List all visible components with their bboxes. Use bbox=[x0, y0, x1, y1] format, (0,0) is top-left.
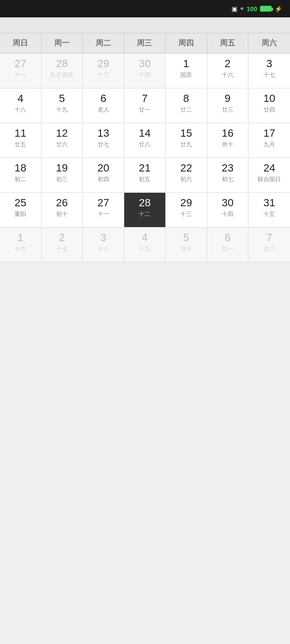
day-lunar: 十九 bbox=[139, 245, 150, 253]
day-lunar: 重阳 bbox=[14, 210, 26, 218]
day-cell[interactable]: 9廿三 bbox=[207, 88, 249, 123]
day-cell[interactable]: 6老人 bbox=[83, 88, 124, 123]
day-cell[interactable]: 8廿二 bbox=[166, 88, 207, 123]
day-cell[interactable]: 5十九 bbox=[42, 88, 83, 123]
calendar-grid: 27十一28孔子诞辰29十三30十四1国庆2十六3十七4十八5十九6老人7廿一8… bbox=[0, 54, 290, 262]
day-number: 4 bbox=[142, 231, 147, 244]
next-month-button[interactable] bbox=[275, 23, 282, 27]
day-cell[interactable]: 29十三 bbox=[166, 193, 207, 228]
day-number: 8 bbox=[183, 92, 189, 105]
battery-icon bbox=[260, 6, 272, 12]
day-lunar: 十五 bbox=[263, 210, 275, 218]
day-cell[interactable]: 24联合国日 bbox=[248, 158, 290, 193]
day-lunar: 初三 bbox=[56, 175, 68, 184]
day-lunar: 初五 bbox=[139, 175, 150, 184]
day-cell[interactable]: 7廿一 bbox=[124, 88, 166, 123]
day-number: 6 bbox=[101, 92, 106, 105]
day-lunar: 初二 bbox=[14, 175, 26, 184]
calendar-header bbox=[0, 17, 290, 33]
day-cell[interactable]: 29十三 bbox=[83, 54, 124, 88]
day-cell[interactable]: 4十九 bbox=[124, 228, 166, 262]
day-number: 25 bbox=[14, 197, 26, 209]
day-lunar: 廿七 bbox=[98, 141, 109, 149]
day-number: 30 bbox=[139, 57, 150, 70]
day-lunar: 十七 bbox=[56, 245, 68, 253]
day-number: 28 bbox=[56, 57, 68, 70]
day-cell[interactable]: 19初三 bbox=[42, 158, 83, 193]
day-cell[interactable]: 3十七 bbox=[248, 54, 290, 88]
day-number: 3 bbox=[101, 231, 106, 244]
day-cell[interactable]: 26初十 bbox=[42, 193, 83, 228]
day-cell[interactable]: 6廿一 bbox=[207, 228, 249, 262]
day-cell[interactable]: 7廿二 bbox=[248, 228, 290, 262]
day-cell[interactable]: 13廿七 bbox=[83, 123, 124, 158]
signal-icon: ▣ bbox=[232, 5, 237, 13]
day-lunar: 十六 bbox=[222, 71, 233, 79]
day-lunar: 廿二 bbox=[180, 106, 192, 114]
day-cell[interactable]: 15廿九 bbox=[166, 123, 207, 158]
day-number: 22 bbox=[180, 162, 192, 174]
day-lunar: 廿二 bbox=[263, 245, 275, 253]
day-cell[interactable]: 11廿五 bbox=[0, 123, 42, 158]
day-cell[interactable]: 28十二 bbox=[124, 193, 166, 228]
day-cell[interactable]: 2十六 bbox=[207, 54, 249, 88]
day-number: 9 bbox=[225, 92, 231, 105]
day-cell[interactable]: 30十四 bbox=[124, 54, 166, 88]
day-lunar: 廿五 bbox=[14, 141, 26, 149]
day-number: 23 bbox=[222, 162, 233, 174]
day-cell[interactable]: 18初二 bbox=[0, 158, 42, 193]
day-number: 5 bbox=[59, 92, 65, 105]
day-number: 17 bbox=[263, 127, 275, 140]
day-cell[interactable]: 25重阳 bbox=[0, 193, 42, 228]
day-cell[interactable]: 20初四 bbox=[83, 158, 124, 193]
day-lunar: 十四 bbox=[139, 71, 150, 79]
day-number: 16 bbox=[222, 127, 233, 140]
day-lunar: 廿十 bbox=[180, 245, 192, 253]
day-number: 13 bbox=[98, 127, 109, 140]
day-cell[interactable]: 30十四 bbox=[207, 193, 249, 228]
day-cell[interactable]: 28孔子诞辰 bbox=[42, 54, 83, 88]
day-cell[interactable]: 2十七 bbox=[42, 228, 83, 262]
day-lunar: 十九 bbox=[56, 106, 68, 114]
day-lunar: 十二 bbox=[139, 210, 150, 218]
day-lunar: 九月 bbox=[263, 141, 275, 149]
day-cell[interactable]: 17九月 bbox=[248, 123, 290, 158]
day-cell[interactable]: 14廿八 bbox=[124, 123, 166, 158]
day-number: 27 bbox=[98, 197, 109, 209]
day-cell[interactable]: 22初六 bbox=[166, 158, 207, 193]
day-number: 29 bbox=[98, 57, 109, 70]
day-lunar: 老人 bbox=[98, 106, 109, 114]
status-bar: ▣ ⌖ 100 ⚡ bbox=[0, 0, 290, 17]
day-lunar: 孔子诞辰 bbox=[50, 71, 73, 79]
day-number: 7 bbox=[266, 231, 272, 244]
day-cell[interactable]: 1十六 bbox=[0, 228, 42, 262]
day-cell[interactable]: 1国庆 bbox=[166, 54, 207, 88]
day-number: 1 bbox=[17, 231, 23, 244]
day-number: 5 bbox=[183, 231, 189, 244]
charging-icon: ⚡ bbox=[275, 5, 282, 13]
day-lunar: 联合国日 bbox=[258, 175, 281, 184]
weekday-label: 周二 bbox=[83, 33, 124, 53]
day-number: 19 bbox=[56, 162, 68, 174]
day-cell[interactable]: 12廿六 bbox=[42, 123, 83, 158]
day-cell[interactable]: 4十八 bbox=[0, 88, 42, 123]
weekday-label: 周三 bbox=[124, 33, 166, 53]
day-lunar: 十一 bbox=[14, 71, 26, 79]
day-number: 29 bbox=[180, 197, 192, 209]
battery-level: 100 bbox=[246, 5, 257, 13]
day-cell[interactable]: 21初五 bbox=[124, 158, 166, 193]
day-cell[interactable]: 31十五 bbox=[248, 193, 290, 228]
day-cell[interactable]: 27十一 bbox=[83, 193, 124, 228]
day-cell[interactable]: 23初七 bbox=[207, 158, 249, 193]
day-lunar: 廿八 bbox=[139, 141, 150, 149]
day-cell[interactable]: 3十八 bbox=[83, 228, 124, 262]
prev-month-button[interactable] bbox=[8, 23, 15, 27]
day-number: 14 bbox=[139, 127, 150, 140]
day-cell[interactable]: 16卅十 bbox=[207, 123, 249, 158]
day-lunar: 国庆 bbox=[180, 71, 192, 79]
day-number: 12 bbox=[56, 127, 68, 140]
day-cell[interactable]: 5廿十 bbox=[166, 228, 207, 262]
day-cell[interactable]: 27十一 bbox=[0, 54, 42, 88]
day-cell[interactable]: 10廿四 bbox=[248, 88, 290, 123]
day-lunar: 十三 bbox=[98, 71, 109, 79]
